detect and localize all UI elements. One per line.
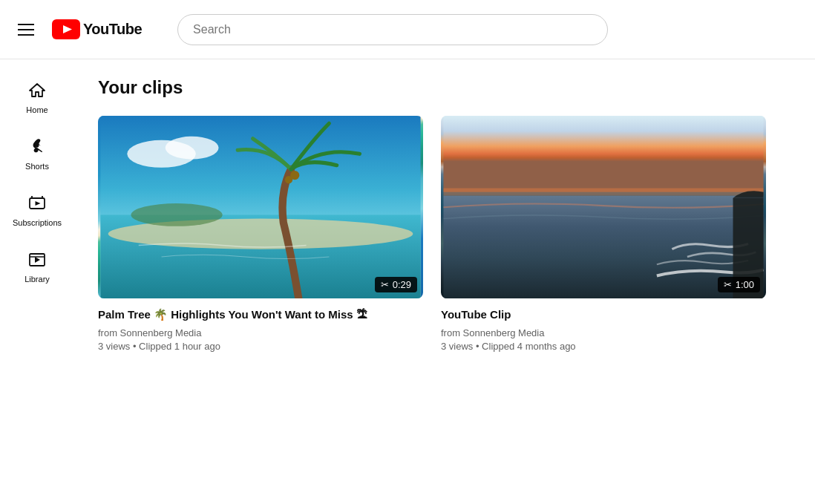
clip-thumbnail-2[interactable]: ✂ 1:00 [441,116,766,298]
youtube-logo[interactable]: YouTube [52,19,142,39]
youtube-wordmark: YouTube [83,21,142,38]
svg-point-13 [166,137,219,160]
clip-title-1: Palm Tree 🌴 Highlights You Won't Want to… [98,307,423,322]
hamburger-line [18,34,34,36]
clip-channel-2: from Sonnenberg Media [441,327,766,338]
sidebar-item-subscriptions[interactable]: Subscriptions [3,184,71,238]
clip-meta-1: 3 views • Clipped 1 hour ago [98,341,423,352]
search-container [177,14,608,45]
sidebar-item-home[interactable]: Home [3,71,71,125]
scissors-icon-2: ✂ [724,279,732,290]
hamburger-line [18,24,34,25]
search-input[interactable] [177,14,608,45]
clip-thumbnail-image-1 [98,116,423,298]
clips-grid: ✂ 0:29 Palm Tree 🌴 Highlights You Won't … [98,116,766,352]
svg-rect-17 [443,116,763,192]
home-icon [27,80,48,101]
sidebar-item-shorts-label: Shorts [25,162,49,171]
svg-point-16 [285,176,292,183]
clip-card-1[interactable]: ✂ 0:29 Palm Tree 🌴 Highlights You Won't … [98,116,423,352]
main-content: Your clips [74,59,815,370]
svg-marker-7 [35,257,40,263]
header: YouTube [0,0,815,59]
svg-point-14 [131,203,222,226]
hamburger-button[interactable] [12,18,40,42]
sidebar-item-shorts[interactable]: Shorts [3,128,71,181]
sidebar-item-library-label: Library [24,275,50,284]
clip-title-2: YouTube Clip [441,307,766,322]
page-title: Your clips [98,77,791,98]
clip-duration-badge-1: ✂ 0:29 [375,277,417,292]
clip-duration-text-2: 1:00 [736,279,754,290]
header-left: YouTube [12,18,142,42]
clip-meta-2: 3 views • Clipped 4 months ago [441,341,766,352]
library-icon [27,249,48,270]
sidebar-item-subscriptions-label: Subscriptions [13,218,62,227]
clip-duration-text-1: 0:29 [393,279,411,290]
sidebar-item-library[interactable]: Library [3,240,71,294]
svg-rect-18 [443,189,763,196]
clip-channel-1: from Sonnenberg Media [98,327,423,338]
clip-thumbnail-1[interactable]: ✂ 0:29 [98,116,423,298]
sidebar: Home Shorts Subscriptions [0,59,74,504]
clip-card-2[interactable]: ✂ 1:00 YouTube Clip from Sonnenberg Medi… [441,116,766,352]
clip-duration-badge-2: ✂ 1:00 [718,277,760,292]
subscriptions-icon [27,193,48,214]
sidebar-item-home-label: Home [26,105,48,114]
shorts-icon [27,137,48,157]
youtube-play-icon [52,19,80,39]
scissors-icon-1: ✂ [381,279,389,290]
clip-thumbnail-image-2 [441,116,766,298]
hamburger-line [18,29,34,30]
svg-marker-3 [36,201,41,206]
